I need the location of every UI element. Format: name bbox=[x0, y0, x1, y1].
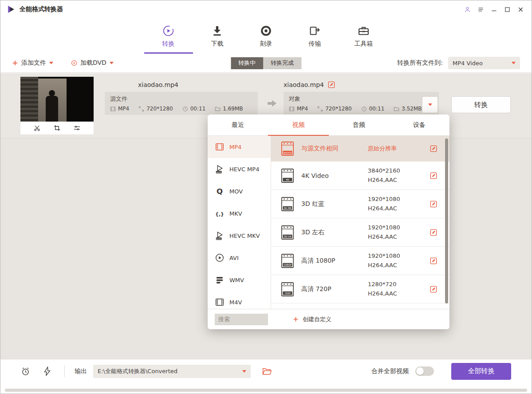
popup-tab-label: 设备 bbox=[413, 121, 426, 129]
hevc-mkv-icon: HEVC bbox=[215, 231, 225, 240]
format-item-mp4[interactable]: MP4 bbox=[208, 136, 271, 158]
schedule-clock-button[interactable] bbox=[21, 366, 30, 376]
trim-button[interactable] bbox=[34, 125, 40, 131]
preset-item-3d-rb[interactable]: 3D RB3D 红蓝1920*1080H264,AAC bbox=[271, 190, 449, 218]
format-item-hevc-mp4[interactable]: HEVCHEVC MP4 bbox=[208, 158, 271, 180]
merge-controls: 合并全部视频 全部转换 bbox=[371, 363, 511, 380]
effects-button[interactable] bbox=[74, 125, 80, 131]
source-info-panel: 源文件 MP4720*128000:111.69MB bbox=[105, 92, 258, 115]
edit-preset-icon[interactable] bbox=[430, 229, 437, 236]
nav-tab-transfer[interactable]: 传输 bbox=[291, 22, 339, 54]
clip-toolbar bbox=[20, 122, 94, 134]
convert-button[interactable]: 转换 bbox=[451, 96, 511, 113]
preset-item-same-as-source[interactable]: source与源文件相同原始分辨率 bbox=[271, 136, 449, 162]
burn-icon bbox=[260, 25, 272, 37]
edit-preset-icon[interactable] bbox=[430, 286, 437, 293]
format-item-m4v[interactable]: M4V bbox=[208, 291, 271, 309]
resolution-text: 720*1280 bbox=[146, 106, 173, 112]
edit-preset-icon[interactable] bbox=[430, 201, 437, 208]
nav-tab-download[interactable]: 下载 bbox=[193, 22, 242, 54]
toolbar: 添加文件 加载DVD 转换中 转换完成 转换所有文件到: MP4 Video bbox=[0, 54, 532, 73]
format-label: WMV bbox=[229, 277, 244, 284]
add-file-button[interactable]: 添加文件 bbox=[12, 59, 53, 67]
output-format-dropdown[interactable]: MP4 Video bbox=[448, 57, 520, 69]
popup-tab-audio[interactable]: 音频 bbox=[329, 114, 389, 135]
mkv-icon: {,} bbox=[215, 209, 225, 218]
format-list: MP4HEVCHEVC MP4QMOV{,}MKVHEVCHEVC MKVAVI… bbox=[208, 136, 271, 309]
minimize-button[interactable] bbox=[489, 4, 499, 14]
duration-icon bbox=[361, 106, 367, 112]
preset-specs: 原始分辨率 bbox=[368, 144, 397, 153]
maximize-button[interactable] bbox=[502, 4, 512, 14]
load-dvd-button[interactable]: 加载DVD bbox=[71, 59, 114, 67]
file-type-icon bbox=[110, 106, 116, 112]
nav-tab-label: 转换 bbox=[162, 40, 175, 48]
format-item-avi[interactable]: AVI bbox=[208, 247, 271, 269]
preset-item-3d-lr[interactable]: 3D LR3D 左右1920*1080H264,AAC bbox=[271, 218, 449, 247]
toolbox-icon bbox=[358, 25, 370, 37]
popup-tab-video[interactable]: 视频 bbox=[268, 114, 328, 135]
popup-tab-device[interactable]: 设备 bbox=[389, 114, 449, 135]
main-nav: 转换下载刻录传输工具箱 bbox=[0, 18, 532, 54]
high-speed-button[interactable] bbox=[43, 366, 52, 376]
close-button[interactable] bbox=[516, 4, 525, 14]
preset-scrollbar[interactable] bbox=[445, 138, 448, 303]
format-label: MP4 bbox=[229, 144, 241, 150]
target-info-panel: 对象 MP4720*128000:113.52MB bbox=[284, 92, 439, 115]
format-item-mkv[interactable]: {,}MKV bbox=[208, 202, 271, 225]
chevron-down-icon bbox=[110, 62, 114, 64]
menu-icon[interactable] bbox=[476, 4, 485, 14]
output-label: 输出 bbox=[75, 367, 87, 375]
preset-item-hd-1080p[interactable]: 1080P高清 1080P1920*1080H264,AAC bbox=[271, 247, 449, 275]
target-label: 对象 bbox=[289, 95, 433, 103]
size-text: 3.52MB bbox=[402, 106, 422, 112]
convert-all-button[interactable]: 全部转换 bbox=[451, 363, 511, 380]
nav-tab-burn[interactable]: 刻录 bbox=[242, 22, 291, 54]
resolution-value: 720*1280 bbox=[138, 106, 173, 112]
edit-preset-icon[interactable] bbox=[430, 172, 437, 179]
output-path-dropdown[interactable]: E:\全能格式转换器\Converted bbox=[93, 365, 251, 378]
nav-tab-convert[interactable]: 转换 bbox=[144, 22, 193, 54]
size-value: 3.52MB bbox=[394, 106, 422, 112]
horizontal-scrollbar[interactable] bbox=[5, 389, 527, 392]
size-value: 1.69MB bbox=[215, 106, 243, 112]
source-label: 源文件 bbox=[110, 95, 252, 103]
add-file-label: 添加文件 bbox=[21, 59, 46, 67]
preset-name: 高清 720P bbox=[301, 285, 368, 293]
format-label: HEVC MP4 bbox=[229, 166, 259, 173]
preset-item-hd-720p[interactable]: 720P高清 720P1280*720H264,AAC bbox=[271, 275, 449, 303]
search-input[interactable] bbox=[215, 314, 268, 325]
target-format-dropdown-button[interactable] bbox=[422, 96, 438, 113]
target-filename-row: xiaodao.mp4 bbox=[284, 81, 335, 88]
open-folder-button[interactable] bbox=[262, 367, 272, 375]
create-custom-button[interactable]: 创建自定义 bbox=[293, 315, 331, 323]
format-label: AVI bbox=[229, 255, 239, 261]
edit-preset-icon[interactable] bbox=[430, 145, 437, 152]
preset-specs: 1280*720H264,AAC bbox=[368, 280, 397, 298]
format-item-mov[interactable]: QMOV bbox=[208, 180, 271, 202]
edit-preset-icon[interactable] bbox=[430, 257, 437, 264]
crop-button[interactable] bbox=[54, 125, 60, 131]
file-type-icon bbox=[289, 106, 295, 112]
user-account-icon[interactable] bbox=[462, 4, 472, 14]
format-popup-footer: 创建自定义 bbox=[208, 309, 449, 329]
nav-tab-toolbox[interactable]: 工具箱 bbox=[339, 22, 388, 54]
divider bbox=[64, 365, 65, 377]
load-dvd-label: 加载DVD bbox=[80, 59, 106, 67]
format-item-wmv[interactable]: WMV bbox=[208, 269, 271, 291]
format-item-hevc-mkv[interactable]: HEVCHEVC MKV bbox=[208, 225, 271, 247]
rename-icon[interactable] bbox=[328, 81, 335, 88]
merge-toggle[interactable] bbox=[415, 366, 434, 376]
resolution-text: 720*1280 bbox=[325, 106, 351, 112]
plus-icon bbox=[12, 60, 18, 66]
download-icon bbox=[211, 25, 223, 37]
wmv-icon bbox=[215, 275, 225, 285]
svg-text:3D RB: 3D RB bbox=[284, 206, 292, 209]
preset-name: 与源文件相同 bbox=[301, 145, 368, 153]
tab-converting[interactable]: 转换中 bbox=[231, 57, 263, 69]
format-value: MP4 bbox=[289, 106, 308, 112]
transfer-icon bbox=[309, 25, 321, 37]
tab-finished[interactable]: 转换完成 bbox=[263, 57, 301, 69]
popup-tab-recent[interactable]: 最近 bbox=[208, 114, 268, 135]
preset-item-4k-video[interactable]: 4K4K Video3840*2160H264,AAC bbox=[271, 162, 449, 190]
